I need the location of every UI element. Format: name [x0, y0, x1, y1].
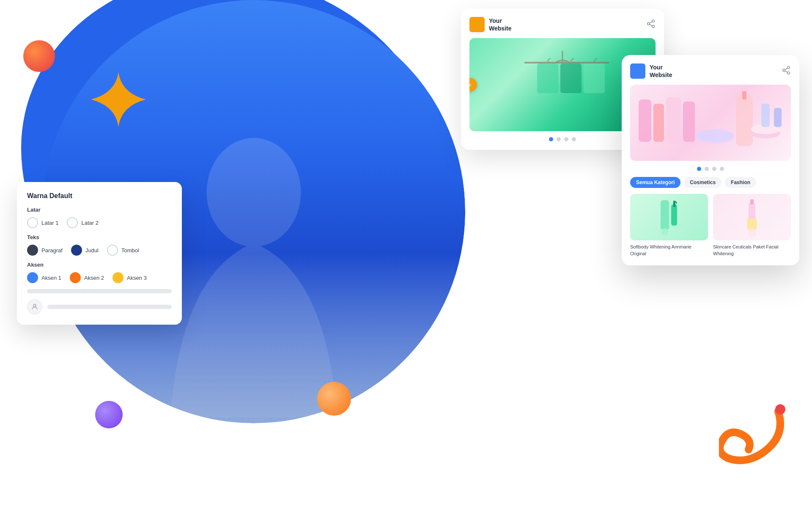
card2-dot-2[interactable]: [705, 167, 709, 171]
card2-cosmetics-image: [630, 85, 791, 161]
svg-line-7: [650, 22, 652, 23]
latar2-label: Latar 2: [81, 220, 98, 226]
svg-line-17: [785, 68, 787, 70]
product-name-1: Softbody Whitening Annmarie Original: [630, 244, 708, 257]
judul-label: Judul: [85, 247, 99, 254]
latar2-circle: [67, 217, 78, 228]
product-img-1: [630, 194, 708, 240]
paragraf-label: Paragraf: [41, 247, 63, 254]
tab-fashion[interactable]: Fashion: [725, 177, 756, 188]
card2-dot-3[interactable]: [712, 167, 716, 171]
color-panel-title: Warna Default: [27, 192, 172, 200]
svg-rect-35: [750, 199, 754, 204]
paragraf-circle: [27, 245, 38, 256]
red-sphere-decoration: [23, 40, 55, 72]
card1-dot-3[interactable]: [564, 137, 568, 141]
card2-dot-4[interactable]: [720, 167, 724, 171]
card1-header: YourWebsite: [469, 17, 656, 32]
product-img-2: [713, 194, 791, 240]
svg-point-23: [696, 129, 734, 142]
svg-rect-32: [671, 204, 677, 226]
orange-curl-decoration: [719, 403, 787, 471]
svg-rect-33: [673, 201, 675, 207]
svg-rect-10: [560, 63, 582, 93]
aksen2-label: Aksen 2: [84, 275, 104, 281]
svg-rect-24: [736, 95, 753, 146]
judul-option[interactable]: Judul: [71, 245, 99, 256]
card1-logo-area: YourWebsite: [469, 17, 511, 32]
name-input-bar[interactable]: [47, 305, 172, 309]
svg-rect-25: [742, 91, 746, 99]
paragraf-option[interactable]: Paragraf: [27, 245, 63, 256]
card2-header: YourWebsite: [630, 63, 791, 79]
svg-point-2: [33, 304, 36, 307]
teks-options-row: Paragraf Judul Tombol: [27, 245, 172, 256]
card1-site-name: YourWebsite: [489, 17, 511, 32]
orange-star-decoration: [91, 72, 146, 127]
color-panel-card: Warna Default Latar Latar 1 Latar 2 Teks…: [17, 182, 182, 325]
latar-section-label: Latar: [27, 207, 172, 213]
aksen3-option[interactable]: Aksen 3: [112, 272, 147, 283]
svg-point-15: [787, 72, 790, 74]
category-tabs-row: Semua Kategori Cosmetics Fashion: [630, 177, 791, 188]
svg-point-4: [647, 22, 650, 25]
svg-rect-18: [639, 99, 651, 142]
card1-logo-square: [469, 17, 485, 32]
latar-options-row: Latar 1 Latar 2: [27, 217, 172, 228]
tombol-circle: [107, 245, 118, 256]
tab-semua-kategori[interactable]: Semua Kategori: [630, 177, 680, 188]
svg-rect-28: [761, 104, 770, 127]
svg-point-5: [652, 25, 655, 27]
card2-dots-row: [630, 167, 791, 171]
aksen1-option[interactable]: Aksen 1: [27, 272, 61, 283]
tombol-label: Tombol: [121, 247, 139, 254]
product-card-1[interactable]: Softbody Whitening Annmarie Original: [630, 194, 708, 257]
aksen3-label: Aksen 3: [127, 275, 147, 281]
aksen2-option[interactable]: Aksen 2: [70, 272, 104, 283]
tab-cosmetics[interactable]: Cosmetics: [684, 177, 721, 188]
product-grid: Softbody Whitening Annmarie Original Ski…: [630, 194, 791, 257]
latar2-option[interactable]: Latar 2: [67, 217, 98, 228]
card1-dot-1[interactable]: [549, 137, 553, 141]
judul-circle: [71, 245, 82, 256]
card2-share-icon[interactable]: [782, 66, 791, 77]
latar1-option[interactable]: Latar 1: [27, 217, 58, 228]
card1-dot-2[interactable]: [557, 137, 561, 141]
svg-rect-11: [584, 63, 605, 93]
aksen3-circle: [112, 272, 123, 283]
svg-rect-29: [774, 108, 782, 127]
svg-rect-20: [666, 97, 681, 144]
svg-point-14: [783, 69, 785, 72]
svg-rect-30: [661, 200, 669, 230]
svg-line-16: [785, 71, 787, 72]
color-panel-bottom-row: [27, 299, 172, 314]
card2-logo-area: YourWebsite: [630, 63, 672, 79]
card2-dot-1[interactable]: [697, 167, 701, 171]
svg-point-3: [652, 20, 655, 22]
purple-sphere-decoration: [95, 401, 123, 428]
latar1-label: Latar 1: [41, 220, 58, 226]
aksen2-circle: [70, 272, 81, 283]
svg-line-6: [650, 24, 652, 26]
svg-point-0: [775, 404, 785, 414]
card2-site-name: YourWebsite: [650, 63, 672, 79]
svg-rect-19: [653, 104, 664, 142]
svg-rect-9: [537, 63, 558, 93]
website-card-2: YourWebsite: [622, 55, 799, 265]
svg-rect-21: [683, 102, 695, 142]
teks-section-label: Teks: [27, 234, 172, 240]
svg-point-31: [661, 229, 668, 235]
card2-logo-square: [630, 63, 645, 79]
product-card-2[interactable]: Skincare Ceuticals Paket Facial Whitenin…: [713, 194, 791, 257]
orange-sphere-decoration: [317, 382, 351, 416]
aksen-section-label: Aksen: [27, 262, 172, 268]
product-name-2: Skincare Ceuticals Paket Facial Whitenin…: [713, 244, 791, 257]
svg-rect-34: [749, 202, 755, 219]
latar1-circle: [27, 217, 38, 228]
card1-share-icon[interactable]: [646, 19, 656, 30]
card1-dot-4[interactable]: [572, 137, 576, 141]
avatar-icon: [27, 299, 42, 314]
svg-point-36: [748, 229, 756, 237]
tombol-option[interactable]: Tombol: [107, 245, 139, 256]
svg-point-13: [787, 66, 790, 69]
